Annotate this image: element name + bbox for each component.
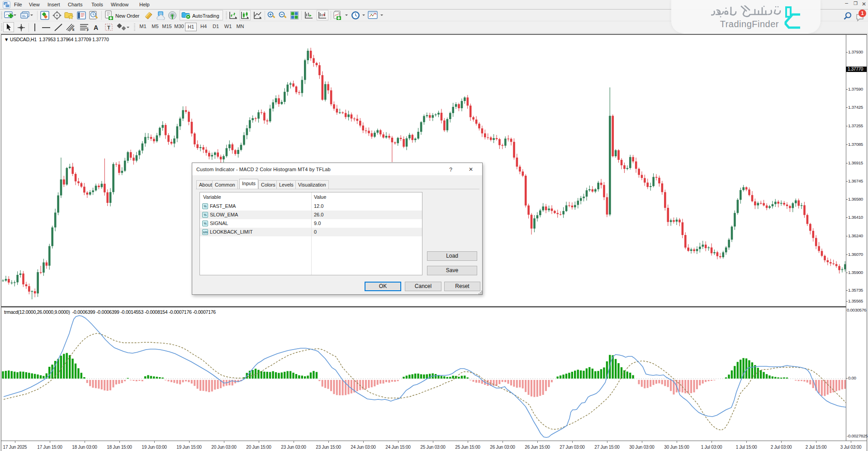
svg-text:F: F — [87, 29, 89, 32]
svg-text:T: T — [107, 25, 110, 30]
svg-text:MT: MT — [5, 3, 8, 5]
svg-text:E: E — [72, 28, 75, 31]
